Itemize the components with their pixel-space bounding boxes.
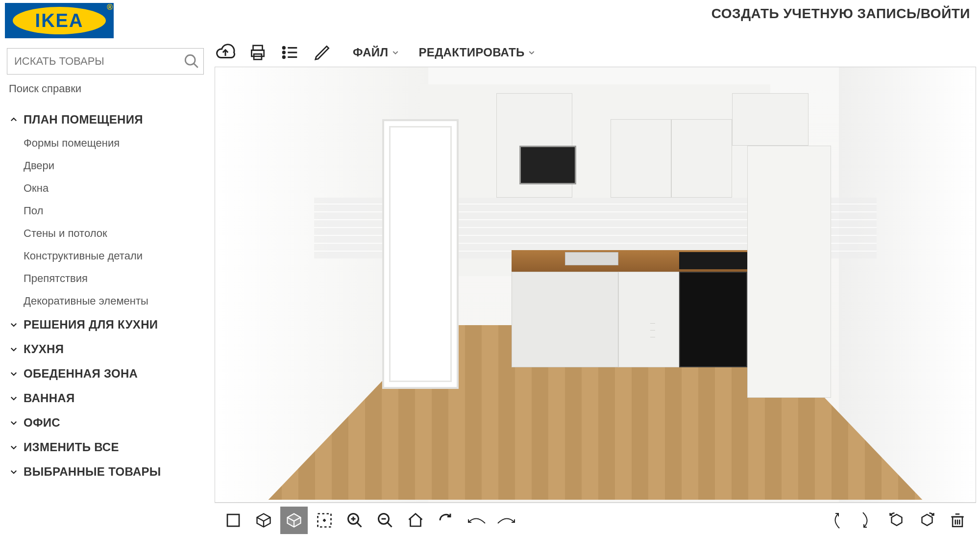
view-3d-wire-icon[interactable] [250,507,277,534]
sidebar-item-obstacles[interactable]: Препятствия [7,268,204,289]
chevron-down-icon [9,393,19,403]
chevron-down-icon [9,418,19,428]
chevron-down-icon [9,467,19,477]
logo-wrap: ® IKEA [0,0,122,38]
trademark-icon: ® [107,3,113,12]
svg-point-5 [283,47,285,49]
logo-oval: IKEA [13,7,106,34]
zoom-out-icon[interactable] [371,507,399,534]
sidebar: Поиск справки ПЛАН ПОМЕЩЕНИЯ Формы помещ… [0,39,211,537]
help-search-link[interactable]: Поиск справки [9,82,202,95]
list-icon[interactable] [279,42,301,63]
sidebar-item-doors[interactable]: Двери [7,155,204,177]
header-right: СОЗДАТЬ УЧЕТНУЮ ЗАПИСЬ/ВОЙТИ [122,0,980,22]
sidebar-section-label: ВЫБРАННЫЕ ТОВАРЫ [24,465,161,479]
sidebar-item-structural[interactable]: Конструктивные детали [7,245,204,267]
sidebar-item-floor[interactable]: Пол [7,200,204,222]
chevron-down-icon [9,320,19,330]
svg-line-25 [388,522,392,527]
sidebar-section-selected[interactable]: ВЫБРАННЫЕ ТОВАРЫ [7,460,204,484]
kitchen-3d-scene [215,67,976,502]
sidebar-section-office[interactable]: ОФИС [7,411,204,435]
zoom-in-icon[interactable] [341,507,368,534]
svg-point-6 [283,51,285,53]
sidebar-section-kitchen-solutions[interactable]: РЕШЕНИЯ ДЛЯ КУХНИ [7,313,204,336]
rotate-ccw-icon[interactable] [883,507,910,534]
svg-point-7 [283,56,285,58]
zoom-fit-icon[interactable] [311,507,338,534]
chevron-down-icon [9,442,19,452]
ikea-logo[interactable]: ® IKEA [5,3,114,38]
chevron-up-icon [9,115,19,125]
view-3d-solid-icon[interactable] [280,507,308,534]
svg-line-21 [357,522,362,527]
sidebar-section-change-all[interactable]: ИЗМЕНИТЬ ВСЕ [7,435,204,459]
svg-rect-2 [253,46,263,51]
cloud-upload-icon[interactable] [215,42,236,63]
app-root: ® IKEA СОЗДАТЬ УЧЕТНУЮ ЗАПИСЬ/ВОЙТИ Поис… [0,0,980,537]
logo-text: IKEA [35,10,84,31]
toolbar-top: ФАЙЛ РЕДАКТИРОВАТЬ [211,39,980,67]
sidebar-section-label: ОФИС [24,416,60,430]
chevron-down-icon [528,49,536,56]
main: ФАЙЛ РЕДАКТИРОВАТЬ [211,39,980,537]
svg-rect-11 [227,514,239,526]
search-row [7,48,204,75]
body: Поиск справки ПЛАН ПОМЕЩЕНИЯ Формы помещ… [0,39,980,537]
toolbar-bottom [215,503,976,537]
sidebar-item-walls[interactable]: Стены и потолок [7,223,204,244]
sidebar-section-bathroom[interactable]: ВАННАЯ [7,386,204,410]
view-2d-icon[interactable] [220,507,247,534]
pencil-icon[interactable] [312,42,333,63]
redo-icon[interactable] [432,507,460,534]
pan-right-icon[interactable] [493,507,520,534]
search-icon[interactable] [180,53,203,70]
menu-edit-label: РЕДАКТИРОВАТЬ [419,46,525,59]
sidebar-item-decor[interactable]: Декоративные элементы [7,290,204,312]
chevron-down-icon [9,344,19,354]
sidebar-section-label: КУХНЯ [24,342,64,356]
search-input[interactable] [7,55,180,68]
menu-edit[interactable]: РЕДАКТИРОВАТЬ [419,46,536,59]
svg-marker-27 [892,514,902,526]
sidebar-section-label: ПЛАН ПОМЕЩЕНИЯ [24,113,143,127]
sidebar-section-label: ОБЕДЕННАЯ ЗОНА [24,367,138,381]
menu-file[interactable]: ФАЙЛ [353,46,399,59]
sidebar-section-floorplan[interactable]: ПЛАН ПОМЕЩЕНИЯ [7,108,204,131]
login-link[interactable]: СОЗДАТЬ УЧЕТНУЮ ЗАПИСЬ/ВОЙТИ [711,6,970,21]
print-icon[interactable] [247,42,269,63]
svg-line-1 [194,63,198,68]
sidebar-section-label: РЕШЕНИЯ ДЛЯ КУХНИ [24,318,158,332]
sidebar-item-roomshapes[interactable]: Формы помещения [7,132,204,154]
svg-point-0 [185,55,195,65]
design-canvas[interactable] [215,67,976,503]
orbit-down-icon[interactable] [853,507,880,534]
chevron-down-icon [9,369,19,379]
chevron-down-icon [392,49,399,56]
rotate-cw-icon[interactable] [913,507,941,534]
sidebar-section-dining[interactable]: ОБЕДЕННАЯ ЗОНА [7,362,204,385]
svg-marker-28 [922,514,932,526]
sidebar-section-label: ИЗМЕНИТЬ ВСЕ [24,440,119,454]
orbit-up-icon[interactable] [822,507,850,534]
pan-left-icon[interactable] [463,507,490,534]
sidebar-section-kitchen[interactable]: КУХНЯ [7,337,204,361]
home-icon[interactable] [402,507,429,534]
sidebar-section-label: ВАННАЯ [24,391,75,405]
header: ® IKEA СОЗДАТЬ УЧЕТНУЮ ЗАПИСЬ/ВОЙТИ [0,0,980,39]
menu-file-label: ФАЙЛ [353,46,389,59]
sidebar-item-windows[interactable]: Окна [7,178,204,199]
trash-icon[interactable] [944,507,971,534]
